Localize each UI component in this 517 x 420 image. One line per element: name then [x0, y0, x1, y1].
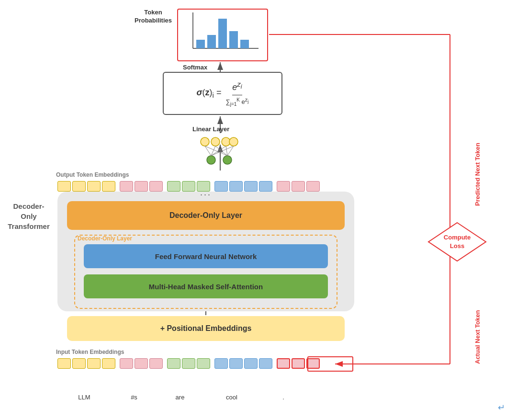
token-probabilities-label: Token Probabilities: [129, 9, 177, 25]
softmax-box: σ(z)i = ezi ∑j=1K ezj: [163, 72, 282, 115]
word-cool: cool: [203, 394, 260, 401]
svg-text:Loss: Loss: [450, 242, 464, 250]
dots-indicator: ···: [200, 190, 212, 200]
svg-rect-17: [218, 19, 227, 48]
input-embed-label: Input Token Embeddings: [56, 349, 124, 355]
word-hash: #s: [111, 394, 157, 401]
svg-point-25: [223, 156, 232, 164]
predicted-next-token-label: Predicted Next Token: [474, 72, 481, 206]
bar-chart: [184, 10, 261, 56]
svg-rect-18: [229, 31, 238, 48]
svg-point-20: [201, 137, 209, 146]
word-are: are: [157, 394, 203, 401]
svg-point-21: [211, 137, 220, 146]
decoder-only-layer-box: Decoder-Only Layer: [67, 201, 345, 230]
compute-loss-diamond: Compute Loss: [426, 220, 488, 263]
svg-point-23: [229, 137, 238, 146]
svg-line-31: [226, 146, 227, 156]
neural-net-visual: [198, 133, 241, 167]
positional-embeddings-label: + Positional Embeddings: [160, 324, 252, 333]
ffnn-box: Feed Forward Neural Network: [84, 244, 328, 268]
linear-layer-label: Linear Layer: [192, 125, 229, 133]
input-embed-row: [57, 358, 320, 369]
svg-rect-16: [207, 35, 216, 48]
svg-rect-19: [240, 40, 249, 48]
multihead-label: Multi-Head Masked Self-Attention: [149, 283, 263, 291]
softmax-label: Softmax: [183, 64, 207, 71]
decoder-only-layer-label: Decoder-Only Layer: [169, 211, 242, 220]
token-probabilities-box: [177, 9, 268, 61]
return-arrow-symbol: ↵: [498, 402, 505, 413]
actual-next-token-label: Actual Next Token: [474, 268, 481, 364]
svg-rect-15: [196, 40, 205, 48]
decoder-transformer-label: Decoder-Only Transformer: [7, 201, 50, 231]
diagram-container: Token Probabilities Softmax σ(z)i = ezi …: [0, 0, 517, 420]
svg-text:Compute: Compute: [444, 234, 471, 241]
svg-point-24: [207, 156, 215, 164]
positional-embeddings-box: + Positional Embeddings: [67, 316, 345, 341]
ffnn-label: Feed Forward Neural Network: [155, 252, 257, 261]
output-embed-label: Output Token Embeddings: [56, 171, 129, 178]
period-token-border: [307, 356, 353, 372]
multihead-box: Multi-Head Masked Self-Attention: [84, 274, 328, 298]
svg-line-29: [215, 146, 227, 156]
svg-marker-34: [428, 223, 486, 261]
softmax-formula: σ(z)i = ezi ∑j=1K ezj: [197, 79, 249, 107]
word-llm: LLM: [57, 394, 111, 401]
decoder-only-layer-outline-label: Decoder-Only Layer: [78, 235, 132, 242]
output-embed-row: [57, 181, 320, 192]
word-period: .: [260, 394, 306, 401]
word-labels-row: LLM #s are cool .: [57, 394, 354, 401]
